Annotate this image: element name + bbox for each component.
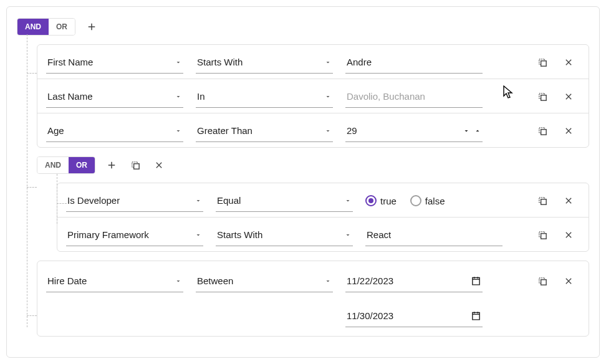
date-rule-container: Hire Date Between 11/22/2023 11/30/2023 (37, 261, 589, 337)
toggle-or-button[interactable]: OR (49, 19, 75, 35)
operator-label: Greater Than (197, 125, 324, 136)
field-label: Hire Date (47, 275, 175, 286)
copy-icon[interactable] (535, 274, 550, 289)
value-text: React (367, 229, 501, 240)
rule-row-is-developer: Is Developer Equal true false (57, 183, 589, 217)
date-start-input[interactable]: 11/22/2023 (345, 270, 483, 292)
close-icon[interactable] (561, 274, 576, 289)
chevron-down-icon (175, 59, 182, 66)
copy-icon[interactable] (535, 89, 550, 104)
toggle-or-button[interactable]: OR (69, 157, 95, 173)
operator-label: Between (197, 275, 324, 286)
operator-label: Equal (217, 195, 344, 206)
rule-row-age: Age Greater Than 29 (37, 113, 589, 147)
svg-rect-4 (541, 199, 546, 204)
chevron-down-icon (324, 277, 332, 285)
tree-line (27, 315, 37, 316)
operator-select[interactable]: Equal (216, 189, 353, 212)
close-icon[interactable] (561, 89, 576, 104)
svg-rect-6 (541, 279, 546, 285)
row-actions (535, 193, 580, 208)
field-select[interactable]: Last Name (46, 85, 183, 108)
field-select[interactable]: Primary Framework (66, 224, 203, 246)
nested-condition-toggle: AND OR (37, 156, 95, 174)
field-label: Is Developer (67, 195, 195, 206)
operator-label: Starts With (197, 57, 324, 67)
chevron-down-icon (324, 127, 332, 135)
calendar-icon[interactable] (471, 275, 481, 286)
number-input[interactable]: 29 (345, 120, 483, 142)
field-label: Primary Framework (67, 229, 195, 240)
close-icon[interactable] (152, 158, 166, 173)
field-select[interactable]: Age (46, 120, 183, 142)
operator-select[interactable]: Starts With (196, 51, 333, 74)
calendar-icon[interactable] (471, 310, 481, 321)
field-label: First Name (47, 57, 175, 67)
root-group-header: AND OR (17, 18, 589, 36)
value-input[interactable]: React (365, 224, 503, 246)
date-start-value: 11/22/2023 (347, 275, 471, 286)
radio-unchecked-icon (410, 195, 421, 206)
chevron-down-icon[interactable] (463, 127, 470, 135)
field-select[interactable]: First Name (46, 51, 183, 74)
chevron-down-icon (175, 277, 182, 285)
add-rule-icon[interactable] (84, 19, 99, 34)
copy-icon[interactable] (128, 158, 143, 173)
svg-rect-5 (541, 233, 546, 239)
query-builder-root: AND OR First Name Starts With Andre (6, 6, 600, 358)
radio-false-label: false (425, 196, 445, 206)
chevron-down-icon (324, 59, 332, 66)
close-icon[interactable] (561, 228, 576, 242)
nested-group: AND OR Is Developer Equal (37, 156, 589, 252)
root-condition-toggle: AND OR (17, 18, 75, 36)
nested-rules-container: Is Developer Equal true false (57, 183, 589, 252)
value-text: Andre (347, 57, 481, 67)
field-select[interactable]: Is Developer (66, 189, 203, 212)
operator-select[interactable]: In (196, 85, 333, 108)
radio-true[interactable]: true (365, 195, 397, 206)
operator-select[interactable]: Greater Than (196, 120, 333, 142)
add-rule-icon[interactable] (104, 158, 119, 173)
chevron-down-icon (195, 197, 202, 204)
radio-true-label: true (380, 196, 397, 206)
field-label: Age (47, 125, 175, 136)
toggle-and-button[interactable]: AND (37, 157, 69, 173)
copy-icon[interactable] (535, 55, 550, 70)
nested-group-header: AND OR (37, 156, 589, 174)
rule-row-last-name: Last Name In (37, 79, 589, 113)
value-input[interactable] (345, 85, 483, 108)
chevron-down-icon (175, 93, 182, 100)
close-icon[interactable] (561, 123, 576, 138)
field-select[interactable]: Hire Date (46, 270, 183, 292)
value-text: 29 (347, 125, 459, 136)
rule-row-first-name: First Name Starts With Andre (37, 45, 589, 79)
operator-select[interactable]: Between (196, 270, 333, 292)
close-icon[interactable] (561, 55, 576, 70)
copy-icon[interactable] (535, 228, 550, 242)
chevron-down-icon (344, 231, 352, 239)
chevron-down-icon (175, 127, 182, 135)
root-rules-container: First Name Starts With Andre Last Name (37, 44, 589, 148)
date-end-input[interactable]: 11/30/2023 (345, 305, 483, 327)
field-label: Last Name (47, 91, 175, 102)
date-end-value: 11/30/2023 (347, 310, 471, 321)
rule-row-hire-date: Hire Date Between 11/22/2023 11/30/2023 (37, 261, 589, 336)
tree-line (27, 73, 37, 74)
chevron-up-icon[interactable] (474, 127, 481, 135)
date-range-stack: 11/22/2023 11/30/2023 (345, 270, 483, 327)
copy-icon[interactable] (535, 193, 550, 208)
close-icon[interactable] (561, 193, 576, 208)
row-actions (535, 55, 580, 70)
operator-label: In (197, 91, 324, 102)
operator-select[interactable]: Starts With (216, 224, 353, 246)
svg-rect-3 (133, 163, 139, 169)
chevron-down-icon (344, 197, 352, 204)
toggle-and-button[interactable]: AND (17, 19, 49, 35)
row-actions (535, 228, 580, 242)
copy-icon[interactable] (535, 123, 550, 138)
row-actions (535, 89, 580, 104)
radio-false[interactable]: false (410, 195, 445, 206)
value-input[interactable]: Andre (345, 51, 483, 74)
tree-line (27, 187, 37, 188)
rule-row-primary-framework: Primary Framework Starts With React (57, 217, 589, 251)
